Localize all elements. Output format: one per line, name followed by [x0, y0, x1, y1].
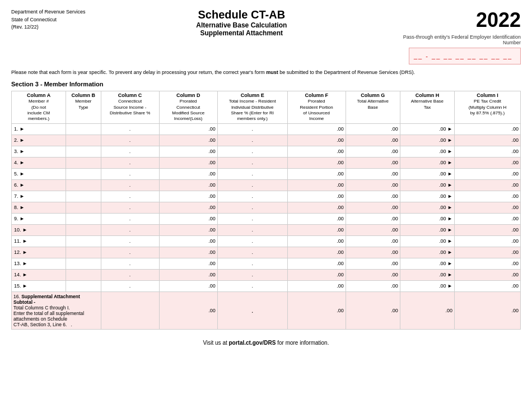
col-f-cell: .00 — [287, 269, 346, 280]
row-num: 8. ► — [12, 202, 66, 213]
col-c-cell: . — [101, 202, 159, 213]
row-num: 2. ► — [12, 135, 66, 146]
col-f-cell: .00 — [287, 235, 346, 247]
col-i-cell: .00 — [454, 179, 520, 191]
col-g-cell: .00 — [346, 202, 400, 213]
col-h-cell: .00 ► — [400, 191, 454, 202]
subtotal-col-f: .00 — [287, 291, 346, 329]
col-g-cell: .00 — [346, 247, 400, 258]
state-name: State of Connecticut — [11, 16, 86, 24]
col-c-cell: . — [101, 224, 159, 235]
col-h-cell: .00 ► — [400, 123, 454, 135]
col-h-cell: .00 ► — [400, 269, 454, 280]
col-i-header: Column I PE Tax Credit(Multiply Column H… — [454, 91, 520, 123]
col-c-cell: . — [101, 135, 159, 146]
col-f-cell: .00 — [287, 191, 346, 202]
col-i-cell: .00 — [454, 280, 520, 291]
row-num: 3. ► — [12, 146, 66, 157]
ein-dashes: __ - __ __ __ __ __ __ __ — [414, 50, 516, 62]
table-row: 15. ► . .00 . .00 .00 .00 ► .00 — [12, 280, 521, 291]
col-d-cell: .00 — [159, 235, 217, 247]
col-b-cell[interactable] — [66, 213, 101, 224]
col-h-cell: .00 ► — [400, 168, 454, 179]
row-num: 7. ► — [12, 191, 66, 202]
subtotal-col-i: .00 — [454, 291, 520, 329]
col-c-cell: . — [101, 157, 159, 168]
col-c-header: Column C ConnecticutSource Income -Distr… — [101, 91, 159, 123]
col-b-cell[interactable] — [66, 247, 101, 258]
table-row: 11. ► . .00 . .00 .00 .00 ► .00 — [12, 235, 521, 247]
col-b-cell[interactable] — [66, 146, 101, 157]
table-row: 13. ► . .00 . .00 .00 .00 ► .00 — [12, 258, 521, 269]
col-b-cell[interactable] — [66, 202, 101, 213]
col-g-cell: .00 — [346, 224, 400, 235]
col-i-cell: .00 — [454, 135, 520, 146]
col-f-cell: .00 — [287, 202, 346, 213]
subtotal-row: 16. Supplemental Attachment Subtotal - T… — [12, 291, 521, 329]
col-h-cell: .00 ► — [400, 146, 454, 157]
col-f-cell: .00 — [287, 247, 346, 258]
table-row: 9. ► . .00 . .00 .00 .00 ► .00 — [12, 213, 521, 224]
subtotal-col-h: .00 — [400, 291, 454, 329]
row-num: 15. ► — [12, 280, 66, 291]
col-f-header: Column F ProratedResident Portionof Unso… — [287, 91, 346, 123]
table-row: 12. ► . .00 . .00 .00 .00 ► .00 — [12, 247, 521, 258]
row-num: 12. ► — [12, 247, 66, 258]
table-row: 14. ► . .00 . .00 .00 .00 ► .00 — [12, 269, 521, 280]
subtotal-label: 16. Supplemental Attachment Subtotal - T… — [12, 291, 101, 329]
col-f-cell: .00 — [287, 146, 346, 157]
col-b-cell[interactable] — [66, 179, 101, 191]
row-num: 9. ► — [12, 213, 66, 224]
col-g-cell: .00 — [346, 280, 400, 291]
col-g-cell: .00 — [346, 146, 400, 157]
subtotal-col-c — [101, 291, 159, 329]
col-c-cell: . — [101, 247, 159, 258]
col-b-cell[interactable] — [66, 258, 101, 269]
col-e-cell: . — [217, 258, 287, 269]
col-b-cell[interactable] — [66, 135, 101, 146]
ein-input[interactable]: __ - __ __ __ __ __ __ __ — [409, 48, 521, 64]
col-f-cell: .00 — [287, 135, 346, 146]
col-b-cell[interactable] — [66, 280, 101, 291]
col-i-cell: .00 — [454, 269, 520, 280]
ein-area: 2022 Pass-through entity's Federal Emplo… — [398, 8, 521, 64]
form-title-area: Schedule CT-AB Alternative Base Calculat… — [86, 8, 398, 37]
col-c-cell: . — [101, 280, 159, 291]
col-b-cell[interactable] — [66, 224, 101, 235]
col-f-cell: .00 — [287, 168, 346, 179]
col-a-header: Column A Member #(Do notinclude CMmember… — [12, 91, 66, 123]
table-row: 5. ► . .00 . .00 .00 .00 ► .00 — [12, 168, 521, 179]
col-i-cell: .00 — [454, 258, 520, 269]
col-e-cell: . — [217, 146, 287, 157]
portal-link[interactable]: portal.ct.gov/DRS — [229, 340, 276, 346]
col-d-cell: .00 — [159, 123, 217, 135]
col-g-cell: .00 — [346, 157, 400, 168]
col-b-cell[interactable] — [66, 235, 101, 247]
table-row: 6. ► . .00 . .00 .00 .00 ► .00 — [12, 179, 521, 191]
col-d-cell: .00 — [159, 202, 217, 213]
notice-text: Please note that each form is year speci… — [11, 69, 521, 76]
agency-info: Department of Revenue Services State of … — [11, 8, 86, 31]
col-d-cell: .00 — [159, 213, 217, 224]
col-b-header: Column B MemberType — [66, 91, 101, 123]
col-b-cell[interactable] — [66, 123, 101, 135]
col-c-cell: . — [101, 123, 159, 135]
col-d-cell: .00 — [159, 247, 217, 258]
col-e-cell: . — [217, 213, 287, 224]
col-b-cell[interactable] — [66, 157, 101, 168]
col-i-cell: .00 — [454, 123, 520, 135]
tax-year: 2022 — [476, 8, 521, 32]
row-num: 13. ► — [12, 258, 66, 269]
col-b-cell[interactable] — [66, 191, 101, 202]
col-b-cell[interactable] — [66, 168, 101, 179]
col-d-cell: .00 — [159, 179, 217, 191]
col-i-cell: .00 — [454, 247, 520, 258]
col-h-cell: .00 ► — [400, 135, 454, 146]
table-row: 7. ► . .00 . .00 .00 .00 ► .00 — [12, 191, 521, 202]
rev-date: (Rev. 12/22) — [11, 24, 86, 31]
subtotal-col-e: . — [217, 291, 287, 329]
col-e-cell: . — [217, 247, 287, 258]
col-f-cell: .00 — [287, 123, 346, 135]
col-b-cell[interactable] — [66, 269, 101, 280]
row-num: 10. ► — [12, 224, 66, 235]
